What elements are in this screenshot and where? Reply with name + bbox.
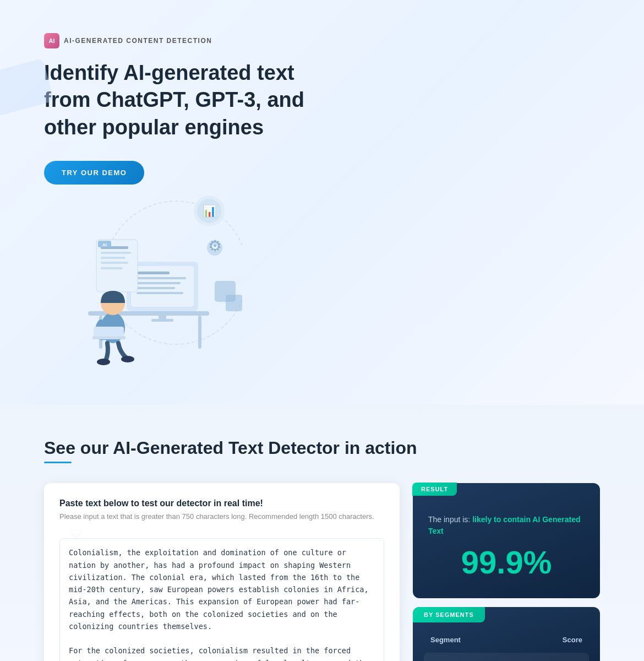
result-panel: RESULT The input is: likely to contain A… [413,483,600,661]
segments-table: Segment Score Colonialism, the exp... 99… [413,631,600,661]
svg-rect-24 [94,327,124,337]
input-panel-subtitle: Please input a text that is greater than… [59,512,384,522]
input-panel: Paste text below to test our detector in… [44,483,400,661]
result-label: The input is: likely to contain AI Gener… [428,514,585,537]
segments-card: BY SEGMENTS Segment Score Colonialism, t… [413,607,600,661]
svg-rect-6 [159,311,166,319]
demo-title-underline [44,462,72,463]
result-card: RESULT The input is: likely to contain A… [413,483,600,598]
hero-illustration: AI [11,196,242,372]
segments-header: Segment Score [424,631,589,648]
svg-rect-11 [137,287,175,289]
svg-rect-10 [137,282,181,284]
text-input[interactable] [59,538,384,661]
svg-rect-8 [137,272,170,274]
svg-rect-15 [101,252,131,254]
svg-rect-7 [151,319,173,322]
demo-grid: Paste text below to test our detector in… [44,483,600,661]
demo-section: See our AI-Generated Text Detector in ac… [0,405,644,661]
result-label-prefix: The input is: [428,515,472,524]
svg-rect-17 [101,262,128,264]
input-panel-title: Paste text below to test our detector in… [59,499,384,508]
try-demo-button[interactable]: TRY OUR DEMO [44,161,144,185]
result-badge: RESULT [412,483,457,496]
hero-section: AI AI-GENERATED CONTENT DETECTION Identi… [0,0,644,405]
segment-row: Colonialism, the exp... 99.9% [424,653,589,661]
svg-rect-16 [101,257,125,259]
demo-section-title: See our AI-Generated Text Detector in ac… [44,438,600,458]
hero-badge: AI AI-GENERATED CONTENT DETECTION [44,33,600,48]
svg-rect-12 [137,292,183,294]
col-score: Score [563,636,582,644]
col-segment: Segment [430,636,461,644]
hero-badge-text: AI-GENERATED CONTENT DETECTION [64,37,212,45]
segments-badge: BY SEGMENTS [413,607,485,622]
svg-text:AI: AI [102,242,107,247]
hero-badge-icon: AI [44,33,59,48]
speech-bubble-arrow [70,530,81,537]
svg-point-26 [121,356,134,362]
svg-rect-34 [226,295,242,311]
svg-point-25 [97,359,110,365]
svg-rect-3 [198,316,201,349]
result-percentage: 99.9% [428,544,585,581]
hero-title: Identify AI-generated text from ChatGPT,… [44,59,308,141]
svg-rect-9 [137,277,186,279]
svg-text:📊: 📊 [203,204,216,218]
svg-rect-18 [101,267,123,269]
svg-text:⚙: ⚙ [208,237,222,254]
